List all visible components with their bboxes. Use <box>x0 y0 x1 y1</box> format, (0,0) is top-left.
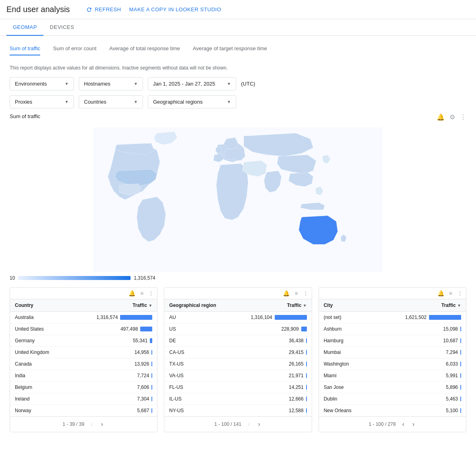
sort-arrow: ▼ <box>148 303 152 308</box>
table-row: Ireland7,304 <box>10 393 157 405</box>
table-row: Mumbai7,294 <box>319 347 466 358</box>
refresh-icon <box>86 6 92 13</box>
table-row: Miami5,991 <box>319 370 466 382</box>
traffic-bar <box>460 338 461 343</box>
utc-label: (UTC) <box>241 81 255 87</box>
prev-page-button[interactable]: ‹ <box>400 420 406 429</box>
table-row: Dublin5,463 <box>319 393 466 405</box>
alert-icon[interactable]: 🔔 <box>437 113 445 121</box>
geo-regions-label: Geographical regions <box>153 99 203 105</box>
geo-regions-dropdown[interactable]: Geographical regions ▼ <box>148 95 236 108</box>
filter-icon[interactable]: ≡ <box>294 290 298 296</box>
country-table: Country Traffic ▼ Australia1,316,574Unit… <box>10 299 157 416</box>
table-row: US228,909 <box>164 323 311 335</box>
table-cell-value: 6,033 <box>372 358 466 370</box>
more-icon[interactable]: ⋮ <box>460 113 466 121</box>
traffic-bar <box>306 397 307 401</box>
date-range-dropdown[interactable]: Jan 1, 2025 - Jan 27, 2025 ▼ <box>148 77 236 90</box>
table-cell-value: 1,316,574 <box>69 312 157 323</box>
table-cell-name: Mumbai <box>319 347 372 358</box>
filter-icon[interactable]: ≡ <box>140 290 143 296</box>
geo-table: Geographical region Traffic ▼ AU1,316,10… <box>164 299 311 416</box>
table-cell-value: 5,100 <box>372 405 466 417</box>
table-cell-value: 497,498 <box>69 323 157 335</box>
traffic-bar <box>306 362 307 366</box>
city-table-card: 🔔 ≡ ⋮ City Traffic ▼ (not set)1,621,502A… <box>319 287 466 432</box>
chevron-down-icon: ▼ <box>134 100 138 104</box>
chevron-down-icon: ▼ <box>227 100 231 104</box>
table-row: VA-US21,971 <box>164 370 311 382</box>
alert-icon[interactable]: 🔔 <box>129 290 135 296</box>
filters-row-1: Environments ▼ Hostnames ▼ Jan 1, 2025 -… <box>10 77 466 90</box>
filter-icon[interactable]: ⚙ <box>449 113 455 121</box>
traffic-bar <box>460 397 461 401</box>
geo-traffic-col-header[interactable]: Traffic ▼ <box>233 299 312 312</box>
chart-label: Sum of traffic <box>10 113 466 119</box>
next-page-button[interactable]: › <box>411 420 416 429</box>
country-table-card: 🔔 ≡ ⋮ Country Traffic ▼ Australia1,316,5… <box>10 287 157 432</box>
traffic-bar <box>429 315 461 320</box>
traffic-bar <box>460 350 461 355</box>
filter-icon[interactable]: ≡ <box>449 290 452 296</box>
table-cell-value: 5,687 <box>69 405 157 417</box>
chevron-down-icon: ▼ <box>65 82 69 86</box>
next-page-button[interactable]: › <box>256 420 261 429</box>
chart-section: 🔔 ⚙ ⋮ Sum of traffic <box>10 113 466 281</box>
more-icon[interactable]: ⋮ <box>148 290 154 296</box>
metric-tab-traffic[interactable]: Sum of traffic <box>10 45 40 55</box>
traffic-bar <box>275 315 307 320</box>
table-cell-name: Belgium <box>10 382 69 393</box>
proxies-dropdown[interactable]: Proxies ▼ <box>10 95 74 108</box>
geo-table-header: 🔔 ≡ ⋮ <box>164 288 311 299</box>
table-row: Norway5,687 <box>10 405 157 417</box>
table-row: United Kingdom14,956 <box>10 347 157 358</box>
metric-tab-target-response[interactable]: Average of target response time <box>193 45 267 55</box>
table-row: CA-US29,415 <box>164 347 311 358</box>
table-row: Washington6,033 <box>319 358 466 370</box>
more-icon[interactable]: ⋮ <box>303 290 308 296</box>
table-row: Hamburg10,687 <box>319 335 466 347</box>
copy-looker-button[interactable]: MAKE A COPY IN LOOKER STUDIO <box>129 6 221 13</box>
alert-icon[interactable]: 🔔 <box>283 290 290 296</box>
prev-page-button[interactable]: ‹ <box>89 420 94 429</box>
table-cell-value: 12,666 <box>233 393 312 405</box>
environments-dropdown[interactable]: Environments ▼ <box>10 77 74 90</box>
traffic-bar <box>151 362 152 366</box>
table-cell-name: IL-US <box>164 393 232 405</box>
metric-tab-error[interactable]: Sum of error count <box>53 45 96 55</box>
table-cell-name: Norway <box>10 405 69 417</box>
prev-page-button[interactable]: ‹ <box>246 420 251 429</box>
geo-table-card: 🔔 ≡ ⋮ Geographical region Traffic ▼ AU1,… <box>164 287 312 432</box>
city-traffic-col-header[interactable]: Traffic ▼ <box>372 299 466 312</box>
table-row: TX-US26,165 <box>164 358 311 370</box>
geo-col-header: Geographical region <box>164 299 232 312</box>
table-cell-value: 228,909 <box>233 323 312 335</box>
world-map <box>10 127 466 272</box>
geo-page-info: 1 - 100 / 141 <box>214 421 241 427</box>
traffic-bar <box>151 385 152 390</box>
traffic-bar <box>301 327 307 331</box>
traffic-col-header[interactable]: Traffic ▼ <box>69 299 157 312</box>
table-cell-name: TX-US <box>164 358 232 370</box>
traffic-bar <box>150 338 152 343</box>
table-cell-value: 7,304 <box>69 393 157 405</box>
table-row: (not set)1,621,502 <box>319 312 466 323</box>
metric-tabs: Sum of traffic Sum of error count Averag… <box>10 42 466 59</box>
traffic-bar <box>151 350 152 355</box>
next-page-button[interactable]: › <box>99 420 104 429</box>
city-pagination: 1 - 100 / 278 ‹ › <box>319 416 466 432</box>
country-table-header: 🔔 ≡ ⋮ <box>10 288 157 299</box>
countries-dropdown[interactable]: Countries ▼ <box>79 95 143 108</box>
tab-geomap[interactable]: GEOMAP <box>6 19 43 36</box>
table-cell-name: Miami <box>319 370 372 382</box>
hostnames-dropdown[interactable]: Hostnames ▼ <box>79 77 143 90</box>
tab-devices[interactable]: DEVICES <box>43 19 81 36</box>
alert-icon[interactable]: 🔔 <box>437 290 444 296</box>
map-svg <box>10 127 466 272</box>
table-cell-value: 10,687 <box>372 335 466 347</box>
chevron-down-icon: ▼ <box>134 82 138 86</box>
more-icon[interactable]: ⋮ <box>457 290 463 296</box>
refresh-button[interactable]: REFRESH <box>86 6 121 13</box>
metric-tab-total-response[interactable]: Average of total response time <box>109 45 180 55</box>
country-pagination: 1 - 39 / 39 ‹ › <box>10 416 157 432</box>
